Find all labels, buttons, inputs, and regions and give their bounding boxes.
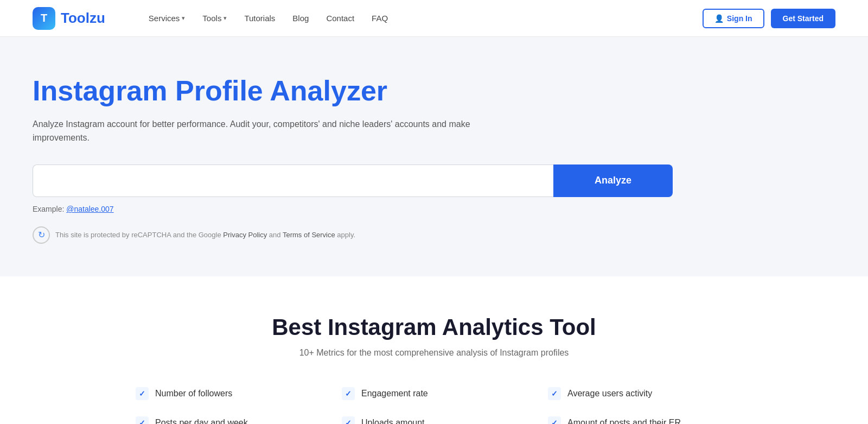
chevron-down-icon: ▾ <box>182 15 185 22</box>
nav-tools[interactable]: Tools ▾ <box>202 14 227 23</box>
nav-actions: 👤 Sign In Get Started <box>703 9 835 28</box>
example-hint: Example: @natalee.007 <box>33 205 835 213</box>
page-title: Instagram Profile Analyzer <box>33 75 412 107</box>
user-icon: 👤 <box>714 14 724 23</box>
check-icon: ✓ <box>548 416 561 424</box>
hero-subtitle: Analyze Instagram account for better per… <box>33 117 521 145</box>
signin-button[interactable]: 👤 Sign In <box>703 9 764 28</box>
logo[interactable]: T Toolzu <box>33 7 105 30</box>
chevron-down-icon: ▾ <box>224 15 227 22</box>
nav-contact[interactable]: Contact <box>326 14 354 23</box>
metric-label: Posts per day and week <box>155 418 248 424</box>
logo-icon: T <box>33 7 55 30</box>
recaptcha-notice: ↻ This site is protected by reCAPTCHA an… <box>33 226 835 244</box>
metrics-grid: ✓Number of followers✓Engagement rate✓Ave… <box>136 384 732 424</box>
nav-tutorials[interactable]: Tutorials <box>244 14 275 23</box>
analyze-button[interactable]: Analyze <box>553 164 673 197</box>
example-handle-link[interactable]: @natalee.007 <box>66 205 113 213</box>
metric-item: ✓Amount of posts and their ER <box>548 413 732 424</box>
check-icon: ✓ <box>342 416 355 424</box>
check-icon: ✓ <box>548 387 561 400</box>
nav-links: Services ▾ Tools ▾ Tutorials Blog Contac… <box>149 14 703 23</box>
search-row: Analyze <box>33 164 673 197</box>
logo-text: Toolzu <box>61 10 105 27</box>
getstarted-button[interactable]: Get Started <box>771 9 835 28</box>
terms-of-service-link[interactable]: Terms of Service <box>283 231 335 239</box>
nav-services[interactable]: Services ▾ <box>149 14 186 23</box>
check-icon: ✓ <box>136 387 149 400</box>
metric-label: Engagement rate <box>361 389 428 398</box>
analytics-section: Best Instagram Analytics Tool 10+ Metric… <box>0 276 868 424</box>
metric-label: Average users activity <box>567 389 652 398</box>
hero-section: Instagram Profile Analyzer Analyze Insta… <box>0 37 868 276</box>
metric-item: ✓Engagement rate <box>342 384 526 403</box>
metric-label: Amount of posts and their ER <box>567 418 681 424</box>
nav-blog[interactable]: Blog <box>292 14 309 23</box>
metric-item: ✓Uploads amount <box>342 413 526 424</box>
analytics-title: Best Instagram Analytics Tool <box>33 314 835 340</box>
recaptcha-icon: ↻ <box>33 226 50 244</box>
nav-faq[interactable]: FAQ <box>372 14 388 23</box>
analytics-subtitle: 10+ Metrics for the most comprehensive a… <box>33 348 835 358</box>
check-icon: ✓ <box>342 387 355 400</box>
metric-item: ✓Average users activity <box>548 384 732 403</box>
metric-label: Number of followers <box>155 389 232 398</box>
search-input[interactable] <box>33 164 553 197</box>
privacy-policy-link[interactable]: Privacy Policy <box>223 231 267 239</box>
check-icon: ✓ <box>136 416 149 424</box>
metric-item: ✓Number of followers <box>136 384 320 403</box>
metric-label: Uploads amount <box>361 418 425 424</box>
metric-item: ✓Posts per day and week <box>136 413 320 424</box>
